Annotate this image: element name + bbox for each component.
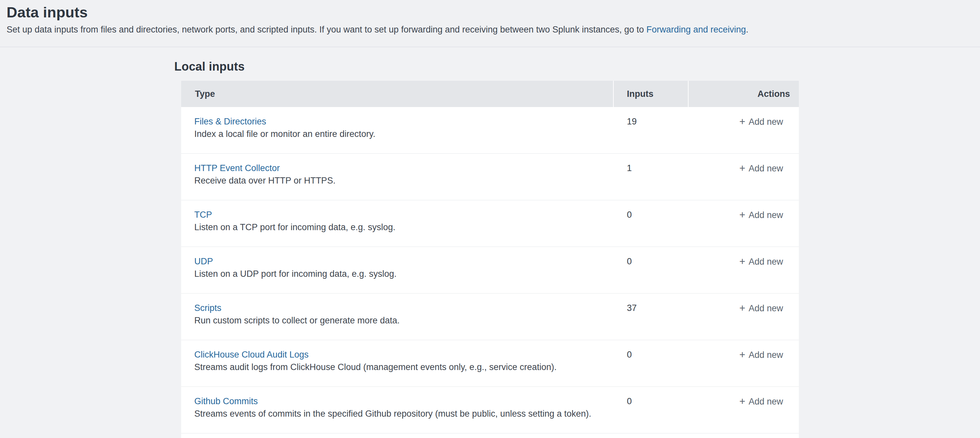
page-header: Data inputs Set up data inputs from file…	[0, 0, 980, 47]
plus-icon: +	[740, 209, 745, 221]
input-type-link[interactable]: Github Commits	[194, 395, 258, 408]
add-new-label: Add new	[749, 164, 783, 174]
column-header-inputs[interactable]: Inputs	[614, 81, 688, 107]
inputs-cell: 0	[614, 247, 689, 293]
input-type-description: Index a local file or monitor an entire …	[194, 128, 614, 140]
input-type-link[interactable]: HTTP Event Collector	[194, 162, 280, 174]
inputs-count: 0	[627, 256, 632, 266]
inputs-count: 19	[627, 116, 637, 126]
add-new-button[interactable]: +Add new	[740, 348, 783, 361]
table-row: Github Commits Streams events of commits…	[181, 387, 799, 433]
type-cell: Github Commits Streams events of commits…	[181, 387, 614, 433]
actions-cell: +Add new	[689, 107, 799, 153]
inputs-count: 0	[627, 350, 632, 360]
inputs-cell: 0	[614, 387, 689, 433]
table-row: HTTP Event Collector Receive data over H…	[181, 154, 799, 200]
actions-cell: +Add new	[689, 154, 799, 200]
add-new-button[interactable]: +Add new	[740, 209, 783, 221]
inputs-cell: 0	[614, 340, 689, 387]
table-header-row: Type Inputs Actions	[181, 81, 799, 107]
plus-icon: +	[740, 256, 745, 267]
input-type-link[interactable]: TCP	[194, 209, 212, 221]
add-new-button[interactable]: +Add new	[740, 395, 783, 408]
inputs-cell: 37	[614, 293, 689, 340]
table-row: Files & Directories Index a local file o…	[181, 107, 799, 154]
add-new-label: Add new	[749, 257, 783, 267]
input-type-description: Run custom scripts to collect or generat…	[194, 314, 614, 327]
actions-cell: +Add new	[689, 340, 799, 387]
plus-icon: +	[740, 116, 745, 127]
plus-icon: +	[740, 396, 745, 407]
input-type-description: Streams events of commits in the specifi…	[194, 408, 614, 420]
type-cell: TCP Listen on a TCP port for incoming da…	[181, 200, 614, 247]
table-row: UDP Listen on a UDP port for incoming da…	[181, 247, 799, 293]
plus-icon: +	[740, 303, 745, 314]
forwarding-and-receiving-link[interactable]: Forwarding and receiving	[647, 25, 746, 35]
inputs-count: 0	[627, 210, 632, 220]
inputs-cell: 19	[614, 107, 689, 153]
page-title: Data inputs	[6, 4, 980, 21]
input-type-link[interactable]: Scripts	[194, 302, 221, 314]
type-cell: UDP Listen on a UDP port for incoming da…	[181, 247, 614, 293]
page-subtitle: Set up data inputs from files and direct…	[6, 25, 980, 35]
inputs-cell: 1	[614, 154, 689, 200]
column-header-actions: Actions	[689, 81, 799, 107]
next-row-partial	[181, 433, 799, 438]
actions-cell: +Add new	[689, 247, 799, 293]
input-type-link[interactable]: Files & Directories	[194, 115, 266, 128]
plus-icon: +	[740, 349, 745, 360]
type-cell: Files & Directories Index a local file o…	[181, 107, 614, 153]
add-new-button[interactable]: +Add new	[740, 255, 783, 268]
local-inputs-heading: Local inputs	[174, 60, 980, 73]
type-cell: HTTP Event Collector Receive data over H…	[181, 154, 614, 200]
input-type-description: Listen on a UDP port for incoming data, …	[194, 268, 614, 280]
add-new-button[interactable]: +Add new	[740, 302, 783, 315]
add-new-button[interactable]: +Add new	[740, 115, 783, 128]
table-body: Files & Directories Index a local file o…	[181, 107, 799, 433]
local-inputs-table: Type Inputs Actions Files & Directories …	[181, 81, 799, 438]
add-new-label: Add new	[749, 117, 783, 127]
input-type-link[interactable]: UDP	[194, 255, 213, 268]
column-header-type[interactable]: Type	[181, 81, 613, 107]
inputs-cell: 0	[614, 200, 689, 247]
actions-cell: +Add new	[689, 387, 799, 433]
actions-cell: +Add new	[689, 293, 799, 340]
add-new-label: Add new	[749, 350, 783, 360]
input-type-description: Receive data over HTTP or HTTPS.	[194, 174, 614, 187]
inputs-count: 0	[627, 396, 632, 406]
table-row: Scripts Run custom scripts to collect or…	[181, 293, 799, 340]
subtitle-text: Set up data inputs from files and direct…	[6, 25, 647, 35]
plus-icon: +	[740, 162, 745, 174]
add-new-button[interactable]: +Add new	[740, 162, 783, 175]
inputs-count: 37	[627, 303, 637, 313]
table-row: TCP Listen on a TCP port for incoming da…	[181, 200, 799, 247]
input-type-description: Streams audit logs from ClickHouse Cloud…	[194, 361, 614, 374]
actions-cell: +Add new	[689, 200, 799, 247]
input-type-link[interactable]: ClickHouse Cloud Audit Logs	[194, 348, 309, 361]
inputs-count: 1	[627, 163, 632, 173]
add-new-label: Add new	[749, 210, 783, 220]
type-cell: Scripts Run custom scripts to collect or…	[181, 293, 614, 340]
add-new-label: Add new	[749, 397, 783, 406]
subtitle-period: .	[746, 25, 749, 35]
table-row: ClickHouse Cloud Audit Logs Streams audi…	[181, 340, 799, 387]
type-cell: ClickHouse Cloud Audit Logs Streams audi…	[181, 340, 614, 387]
input-type-description: Listen on a TCP port for incoming data, …	[194, 221, 614, 234]
add-new-label: Add new	[749, 303, 783, 313]
